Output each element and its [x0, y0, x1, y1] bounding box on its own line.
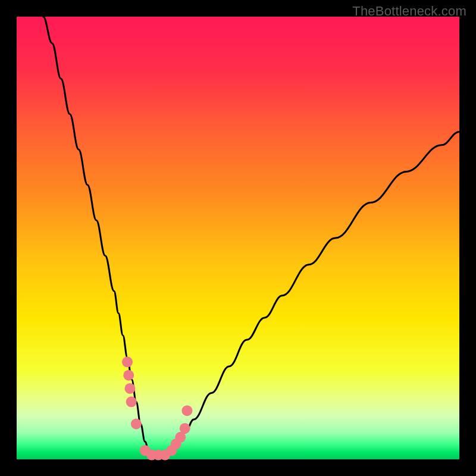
highlight-dot [123, 370, 134, 381]
plot-background [17, 17, 459, 459]
highlight-dot [131, 418, 142, 429]
highlight-dot [124, 383, 135, 394]
highlight-dot [181, 405, 192, 416]
highlight-dot [126, 396, 137, 407]
chart-frame: TheBottleneck.com [0, 0, 476, 476]
chart-svg [0, 0, 476, 476]
highlight-dot [122, 356, 133, 367]
highlight-dot [180, 423, 190, 434]
watermark-text: TheBottleneck.com [352, 4, 466, 19]
